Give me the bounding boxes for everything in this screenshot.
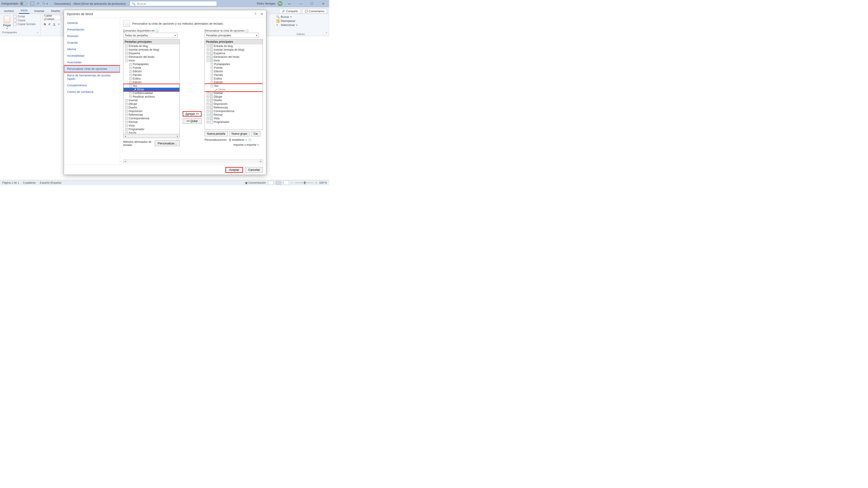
sidebar-item[interactable]: Complementos bbox=[64, 82, 120, 89]
tree-item[interactable]: +Ayuda bbox=[123, 131, 180, 133]
tree-item[interactable]: +✓Revisar bbox=[205, 113, 263, 117]
tree-item[interactable]: +Diseño bbox=[123, 106, 180, 109]
zoom-slider[interactable] bbox=[295, 182, 313, 183]
toggle-switch-icon[interactable] bbox=[20, 2, 27, 5]
tree-item[interactable]: Dictar bbox=[205, 88, 263, 91]
font-name-combo[interactable]: Calibri (Cuerpo bbox=[43, 15, 61, 20]
cut-button[interactable]: Cortar bbox=[13, 15, 35, 18]
select-button[interactable]: ↖Seleccionar ▾ bbox=[276, 24, 325, 27]
replace-button[interactable]: 🔁Reemplazar bbox=[276, 20, 325, 23]
sidebar-item[interactable]: General bbox=[64, 20, 120, 26]
tree-item[interactable]: +✓Disposición bbox=[205, 102, 263, 106]
paste-button[interactable]: Pegar ▾ bbox=[2, 15, 12, 31]
sidebar-item[interactable]: Presentación bbox=[64, 26, 120, 33]
tree-item[interactable]: +Insertar bbox=[123, 98, 180, 102]
zoom-in-icon[interactable]: + bbox=[315, 181, 317, 184]
customize-combo[interactable]: Pestañas principales bbox=[205, 33, 259, 38]
close-dialog-icon[interactable]: ✕ bbox=[260, 12, 264, 16]
tree-item[interactable]: +Edición bbox=[123, 80, 180, 84]
sidebar-item[interactable]: Personalizar cinta de opciones bbox=[64, 66, 120, 72]
tree-item[interactable]: +Revisar bbox=[123, 120, 180, 124]
reset-button[interactable]: Restablecer bbox=[229, 138, 247, 141]
tree-item[interactable]: +✓Insertar (entrada de blog) bbox=[205, 48, 263, 52]
ribbon-mode-icon[interactable]: ▭ bbox=[285, 0, 294, 7]
maximize-icon[interactable]: ☐ bbox=[307, 0, 316, 7]
sidebar-item[interactable]: Barra de herramientas de acceso rápido bbox=[64, 72, 120, 82]
find-button[interactable]: 🔍Buscar ▾ bbox=[276, 15, 325, 19]
tree-item[interactable]: +✓Eliminación del fondo bbox=[205, 55, 263, 59]
tree-item[interactable]: +✓Vista bbox=[205, 117, 263, 120]
tree-item[interactable]: Dictar bbox=[123, 88, 180, 91]
sidebar-item[interactable]: Revisión bbox=[64, 33, 120, 39]
italic-button[interactable]: K bbox=[48, 22, 52, 27]
tree-item[interactable]: +Esquema bbox=[123, 52, 180, 55]
bold-button[interactable]: N bbox=[43, 22, 47, 27]
dialog-hscroll[interactable]: ◂▸ bbox=[123, 160, 263, 163]
rename-button[interactable]: Car bbox=[251, 131, 260, 136]
dialog-launcher-icon[interactable]: ↘ bbox=[36, 31, 38, 33]
tab-insertar[interactable]: Insertar bbox=[33, 8, 46, 14]
tree-item[interactable]: +Eliminación del fondo bbox=[123, 55, 180, 59]
tree-item[interactable]: +✓Dibujar bbox=[205, 95, 263, 98]
tree-item[interactable]: +Portapapeles bbox=[123, 62, 180, 66]
tree-item[interactable]: +✓Referencias bbox=[205, 106, 263, 109]
tree-item[interactable]: +Insertar (entrada de blog) bbox=[123, 48, 180, 52]
undo-icon[interactable]: ↶ bbox=[37, 2, 39, 5]
tree-item[interactable]: +Edición bbox=[123, 70, 180, 73]
tab-inicio[interactable]: Inicio bbox=[19, 7, 29, 14]
right-tree[interactable]: Pestañas principales +✓Entrada de blog+✓… bbox=[205, 39, 263, 130]
share-button[interactable]: 🔗Compartir bbox=[279, 9, 301, 14]
sidebar-item[interactable]: Centro de confianza bbox=[64, 89, 120, 95]
tree-item[interactable]: +✓Esquema bbox=[205, 52, 263, 55]
save-icon[interactable] bbox=[31, 2, 34, 5]
tree-item[interactable]: +Reutilizar archivos bbox=[123, 95, 180, 98]
collapse-ribbon-icon[interactable]: ⌃ bbox=[325, 32, 328, 35]
tree-item[interactable]: −Voz bbox=[205, 84, 263, 88]
new-group-button[interactable]: Nuevo grupo bbox=[229, 131, 250, 136]
language-indicator[interactable]: Español (España) bbox=[40, 181, 61, 184]
focus-mode-button[interactable]: ▣ Concentración bbox=[245, 181, 266, 184]
help-icon[interactable]: ? bbox=[254, 12, 256, 16]
underline-button[interactable]: S bbox=[53, 22, 56, 27]
autosave-toggle[interactable]: Autoguardado bbox=[1, 2, 27, 5]
tree-item[interactable]: +Disposición bbox=[123, 109, 180, 113]
read-mode-icon[interactable] bbox=[268, 181, 274, 185]
tree-item[interactable]: +Estilos bbox=[123, 77, 180, 80]
tree-item[interactable]: +Vista bbox=[123, 124, 180, 127]
ok-button[interactable]: Aceptar bbox=[225, 167, 243, 173]
search-input[interactable]: 🔍 Buscar bbox=[130, 1, 217, 6]
zoom-out-icon[interactable]: − bbox=[291, 181, 293, 184]
minimize-icon[interactable]: — bbox=[296, 0, 305, 7]
tree-item[interactable]: −Inicio bbox=[123, 59, 180, 62]
tree-item[interactable]: +✓Entrada de blog bbox=[205, 44, 263, 48]
tab-diseno[interactable]: Diseño bbox=[49, 8, 62, 14]
import-export-button[interactable]: Importar o exportar bbox=[234, 143, 263, 147]
close-icon[interactable]: ✕ bbox=[319, 0, 328, 7]
print-layout-icon[interactable] bbox=[276, 181, 281, 185]
add-button[interactable]: Agregar >> bbox=[183, 111, 202, 117]
info-icon[interactable]: i bbox=[248, 138, 251, 141]
tree-item[interactable]: +Párrafo bbox=[205, 73, 263, 77]
sidebar-item[interactable]: Accesibilidad bbox=[64, 53, 120, 59]
word-count[interactable]: 0 palabras bbox=[23, 181, 36, 184]
sidebar-item[interactable]: Avanzadas bbox=[64, 59, 120, 66]
tree-item[interactable]: −Voz bbox=[123, 84, 180, 88]
zoom-level[interactable]: 100 % bbox=[319, 181, 327, 184]
web-layout-icon[interactable] bbox=[283, 181, 289, 185]
tree-item[interactable]: +Edición bbox=[205, 80, 263, 84]
tree-item[interactable]: +✓Diseño bbox=[205, 98, 263, 102]
tree-item[interactable]: +Edición bbox=[205, 70, 263, 73]
new-tab-button[interactable]: Nueva pestaña bbox=[205, 131, 228, 136]
tree-item[interactable]: −✓Inicio bbox=[205, 59, 263, 62]
commands-combo[interactable]: Todas las pestañas bbox=[123, 33, 178, 38]
page-indicator[interactable]: Página 1 de 1 bbox=[2, 181, 19, 184]
redo-icon[interactable]: ↷ bbox=[42, 2, 45, 5]
copy-button[interactable]: Copiar bbox=[13, 19, 35, 22]
tab-archivo[interactable]: Archivo bbox=[2, 8, 16, 14]
tree-item[interactable]: +Programador bbox=[123, 127, 180, 131]
tree-item[interactable]: +Portapapeles bbox=[205, 62, 263, 66]
tree-item[interactable]: +✓Insertar bbox=[205, 91, 263, 95]
customize-shortcuts-button[interactable]: Personalizar... bbox=[155, 140, 180, 146]
remove-button[interactable]: << Quitar bbox=[183, 119, 202, 124]
tree-item[interactable]: +Confidencialidad bbox=[123, 91, 180, 95]
